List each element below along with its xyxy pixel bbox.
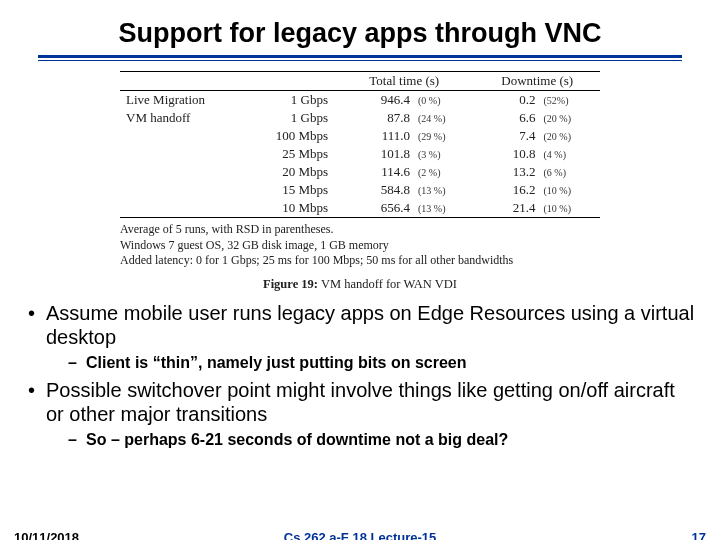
slide-title: Support for legacy apps through VNC (0, 0, 720, 55)
table-row: 10 Mbps 656.4(13 %) 21.4(10 %) (120, 199, 600, 218)
col-downtime: Downtime (s) (475, 72, 601, 91)
table-row: VM handoff 1 Gbps 87.8(24 %) 6.6(20 %) (120, 109, 600, 127)
figure-caption: Figure 19: VM handoff for WAN VDI (120, 277, 600, 292)
table-row: 100 Mbps 111.0(29 %) 7.4(20 %) (120, 127, 600, 145)
body-content: Assume mobile user runs legacy apps on E… (24, 302, 696, 456)
results-table: Total time (s) Downtime (s) Live Migrati… (120, 71, 600, 218)
table-row: 15 Mbps 584.8(13 %) 16.2(10 %) (120, 181, 600, 199)
bullet-2: Possible switchover point might involve … (24, 379, 696, 450)
figure: Total time (s) Downtime (s) Live Migrati… (120, 71, 600, 292)
figure-notes: Average of 5 runs, with RSD in parenthes… (120, 222, 600, 269)
footer-course: Cs 262 a-F 18 Lecture-15 (0, 530, 720, 540)
footer-page: 17 (692, 530, 706, 540)
table-row: Live Migration 1 Gbps 946.4(0 %) 0.2(52%… (120, 91, 600, 110)
title-underline (38, 55, 682, 61)
bullet-1-sub: Client is “thin”, namely just putting bi… (46, 353, 696, 373)
col-total-time: Total time (s) (334, 72, 475, 91)
bullet-2-sub: So – perhaps 6-21 seconds of downtime no… (46, 430, 696, 450)
slide: Support for legacy apps through VNC Tota… (0, 0, 720, 540)
bullet-1: Assume mobile user runs legacy apps on E… (24, 302, 696, 373)
table-row: 25 Mbps 101.8(3 %) 10.8(4 %) (120, 145, 600, 163)
table-row: 20 Mbps 114.6(2 %) 13.2(6 %) (120, 163, 600, 181)
